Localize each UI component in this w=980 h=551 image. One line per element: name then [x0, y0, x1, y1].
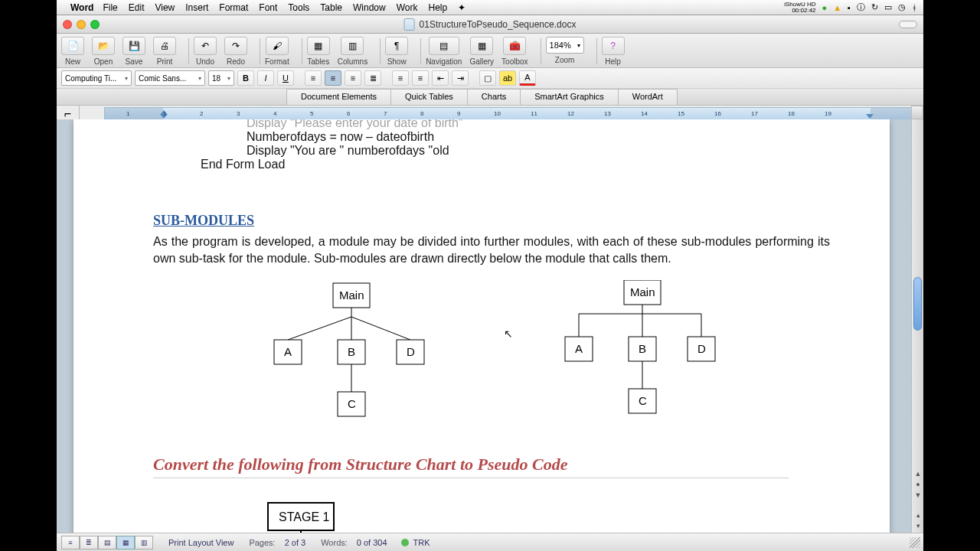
split-box[interactable]: [911, 106, 923, 119]
window-title: 01StructureToPseudo_Sequence.docx: [420, 19, 577, 30]
window-titlebar: 01StructureToPseudo_Sequence.docx: [57, 15, 923, 34]
status-clock-icon[interactable]: ◷: [898, 2, 906, 12]
view-print-layout-button[interactable]: ▦: [116, 536, 135, 549]
new-button[interactable]: 📄: [61, 37, 84, 55]
columns-button[interactable]: ▥: [341, 37, 364, 55]
pages-value: 2 of 3: [285, 538, 306, 547]
increase-indent-button[interactable]: ⇥: [452, 70, 469, 86]
italic-button[interactable]: I: [257, 70, 274, 86]
bulleted-list-button[interactable]: ≡: [412, 70, 429, 86]
svg-text:C: C: [639, 394, 647, 407]
zoom-button[interactable]: [90, 20, 100, 29]
tab-quick-tables[interactable]: Quick Tables: [390, 89, 468, 105]
scroll-down-arrow[interactable]: ▾: [912, 522, 923, 533]
help-button[interactable]: ?: [602, 37, 625, 55]
track-changes-label[interactable]: TRK: [413, 538, 430, 547]
heading-submodules: SUB-MODULES: [153, 213, 830, 229]
svg-text:C: C: [348, 397, 356, 410]
toolbox-button[interactable]: 🧰: [503, 37, 526, 55]
status-bar: ≡ ≣ ▤ ▦ ▥ Print Layout View Pages: 2 of …: [57, 533, 923, 551]
menu-table[interactable]: Table: [320, 2, 342, 13]
scroll-thumb[interactable]: [913, 277, 922, 331]
align-center-button[interactable]: ≡: [325, 70, 341, 86]
menu-format[interactable]: Format: [219, 2, 248, 13]
page-up-icon[interactable]: ▲: [912, 470, 923, 481]
fontsize-combo[interactable]: 18▾: [208, 70, 234, 86]
document-page[interactable]: Display "Please enter your date of birth…: [74, 119, 890, 533]
right-indent-marker[interactable]: [866, 114, 874, 119]
format-button[interactable]: 🖌: [266, 37, 289, 55]
status-sync-icon[interactable]: ↻: [871, 2, 878, 12]
code-line: Display "You are " numberofdays "old: [153, 144, 830, 158]
menu-insert[interactable]: Insert: [185, 2, 208, 13]
tab-wordart[interactable]: WordArt: [618, 89, 678, 105]
menu-file[interactable]: File: [103, 2, 117, 13]
print-button[interactable]: 🖨: [153, 37, 176, 55]
status-alert-icon[interactable]: ▲: [833, 3, 841, 12]
navigation-button[interactable]: ▤: [429, 37, 459, 55]
track-changes-indicator-icon[interactable]: [401, 539, 409, 546]
document-icon: [404, 18, 415, 31]
status-green-icon[interactable]: ●: [822, 3, 828, 12]
toolbar-toggle-button[interactable]: [899, 21, 917, 28]
style-combo[interactable]: Computing Ti...▾: [61, 70, 132, 86]
menu-work[interactable]: Work: [397, 2, 418, 13]
decrease-indent-button[interactable]: ⇤: [432, 70, 449, 86]
scroll-up-arrow[interactable]: ▴: [912, 511, 923, 522]
tab-document-elements[interactable]: Document Elements: [286, 89, 391, 105]
menu-font[interactable]: Font: [259, 2, 277, 13]
status-box-icon[interactable]: ▪: [848, 3, 851, 12]
horizontal-ruler[interactable]: 112345678910111213141516171819: [104, 107, 919, 121]
page-down-icon[interactable]: ▼: [912, 491, 923, 502]
font-combo[interactable]: Comic Sans...▾: [135, 70, 205, 86]
menu-tools[interactable]: Tools: [288, 2, 309, 13]
save-button[interactable]: 💾: [122, 37, 145, 55]
menu-edit[interactable]: Edit: [129, 2, 145, 13]
code-line: Display "Please enter your date of birth…: [153, 119, 830, 130]
open-button[interactable]: 📂: [92, 37, 115, 55]
tab-charts[interactable]: Charts: [467, 89, 521, 105]
mac-menubar: Word File Edit View Insert Format Font T…: [57, 0, 923, 15]
ishowu-indicator: iShowU HD 00:02:42: [784, 2, 815, 14]
bold-button[interactable]: B: [237, 70, 254, 86]
status-bluetooth-icon[interactable]: ᚼ: [912, 3, 917, 12]
svg-text:Main: Main: [339, 289, 364, 302]
gallery-button[interactable]: ▦: [470, 37, 493, 55]
font-color-button[interactable]: A: [519, 70, 536, 86]
zoom-combo[interactable]: 184%▾: [546, 37, 584, 54]
vertical-scrollbar[interactable]: ▲ ● ▼ ▴ ▾: [911, 119, 923, 533]
align-left-button[interactable]: ≡: [305, 70, 322, 86]
show-button[interactable]: ¶: [385, 37, 408, 55]
menu-window[interactable]: Window: [353, 2, 386, 13]
browse-object-icon[interactable]: ●: [912, 481, 923, 491]
borders-button[interactable]: ▢: [479, 70, 496, 86]
words-value: 0 of 304: [357, 538, 387, 547]
undo-button[interactable]: ↶: [194, 37, 217, 55]
svg-text:A: A: [284, 345, 292, 358]
svg-text:STAGE 1: STAGE 1: [279, 510, 329, 523]
view-notebook-button[interactable]: ▥: [135, 536, 153, 549]
view-draft-button[interactable]: ≡: [61, 536, 80, 549]
view-outline-button[interactable]: ≣: [80, 536, 98, 549]
resize-grip[interactable]: [910, 537, 920, 548]
svg-line-5: [351, 317, 410, 340]
view-publishing-button[interactable]: ▤: [98, 536, 116, 549]
document-area: Display "Please enter your date of birth…: [57, 119, 923, 533]
status-info-icon[interactable]: ⓘ: [857, 2, 865, 13]
menu-view[interactable]: View: [155, 2, 175, 13]
app-name[interactable]: Word: [70, 2, 93, 13]
redo-button[interactable]: ↷: [224, 37, 247, 55]
align-justify-button[interactable]: ≣: [364, 70, 381, 86]
numbered-list-button[interactable]: ≡: [392, 70, 409, 86]
script-menu-icon[interactable]: ✦: [458, 2, 466, 13]
tab-smartart[interactable]: SmartArt Graphics: [520, 89, 618, 105]
structure-chart-2: Main A B D C: [544, 280, 743, 433]
close-button[interactable]: [63, 20, 72, 29]
menu-help[interactable]: Help: [429, 2, 448, 13]
minimize-button[interactable]: [77, 20, 86, 29]
status-display-icon[interactable]: ▭: [884, 2, 892, 12]
align-right-button[interactable]: ≡: [345, 70, 361, 86]
highlight-button[interactable]: ab: [499, 70, 516, 86]
tables-button[interactable]: ▦: [307, 37, 330, 55]
underline-button[interactable]: U: [277, 70, 294, 86]
